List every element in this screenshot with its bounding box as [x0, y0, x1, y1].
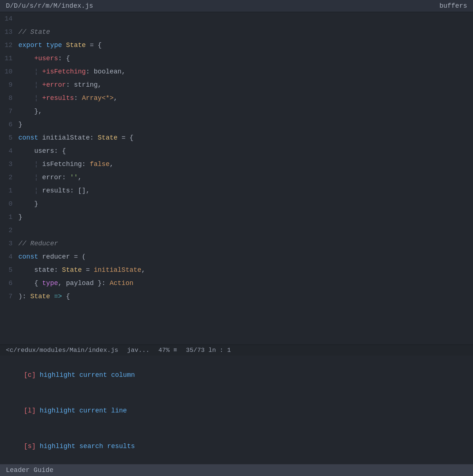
filename-label: D/D/u/s/r/m/M/index.js — [6, 2, 93, 10]
code-line-1a: 1 ¦ results: [], — [0, 185, 473, 199]
code-line-6b: 6 { type, payload }: Action — [0, 278, 473, 291]
line-number: 12 — [0, 40, 18, 51]
hint-line-s[interactable]: [s] highlight search results — [0, 429, 473, 464]
line-number: 3 — [0, 238, 18, 249]
line-content: ¦ +results: Array<*>, — [18, 93, 118, 104]
line-number: 4 — [0, 146, 18, 157]
leader-guide-bar: Leader Guide — [0, 464, 473, 476]
line-number: 6 — [0, 119, 18, 130]
line-content: ¦ +error: string, — [18, 80, 102, 91]
hint-bracket-c: [c] — [24, 371, 36, 379]
line-number: 10 — [0, 66, 18, 77]
line-number: 13 — [0, 27, 18, 38]
leader-guide-text: Leader Guide — [6, 466, 54, 474]
code-line-3: 3 ¦ isFetching: false, — [0, 159, 473, 172]
code-line-7b: 7 ): State => { — [0, 291, 473, 304]
code-line-6: 6 } — [0, 119, 473, 133]
line-content: export type State = { — [18, 40, 102, 51]
code-line-0: 0 } — [0, 199, 473, 212]
line-number: 0 — [0, 199, 18, 210]
line-content: // Reducer — [18, 238, 58, 249]
buffers-label: buffers — [439, 2, 467, 10]
code-line-10: 10 ¦ +isFetching: boolean, — [0, 66, 473, 80]
editor-container: D/D/u/s/r/m/M/index.js buffers 14 13 // … — [0, 0, 473, 476]
code-line-13: 13 // State — [0, 27, 473, 40]
code-line-5: 5 const initialState: State = { — [0, 133, 473, 146]
line-number: 6 — [0, 278, 18, 289]
hint-text-s: highlight search results — [36, 443, 135, 450]
line-number: 5 — [0, 133, 18, 144]
status-bar: <c/redux/modules/Main/index.js jav... 47… — [0, 345, 473, 356]
line-content: } — [18, 119, 22, 130]
hint-line-l[interactable]: [l] highlight current line — [0, 393, 473, 429]
code-line-2b: 2 — [0, 225, 473, 238]
status-language: jav... — [127, 347, 149, 354]
line-content: const initialState: State = { — [18, 133, 133, 144]
line-number: 1 — [0, 212, 18, 223]
line-content: const reducer = ( — [18, 252, 86, 263]
code-line-12: 12 export type State = { — [0, 40, 473, 53]
line-content: ): State => { — [18, 291, 70, 302]
line-content: users: { — [18, 146, 66, 157]
line-number: 11 — [0, 53, 18, 64]
line-content: ¦ error: '', — [18, 172, 82, 183]
line-content: ¦ results: [], — [18, 185, 90, 196]
code-line-8: 8 ¦ +results: Array<*>, — [0, 93, 473, 106]
hint-bracket-l: [l] — [24, 407, 36, 414]
code-line-14: 14 — [0, 14, 473, 27]
line-content: state: State = initialState, — [18, 265, 145, 276]
line-content: // State — [18, 27, 50, 38]
line-content: }, — [18, 106, 42, 117]
title-bar: D/D/u/s/r/m/M/index.js buffers — [0, 0, 473, 12]
hint-text-c: highlight current column — [36, 371, 135, 379]
hint-bracket-s: [s] — [24, 443, 36, 450]
hint-line-c: [c] highlight current column — [0, 357, 473, 393]
line-number: 3 — [0, 159, 18, 170]
code-line-5b: 5 state: State = initialState, — [0, 265, 473, 278]
line-number: 4 — [0, 252, 18, 263]
status-percent: 47% ≡ — [158, 347, 177, 354]
line-content: } — [18, 199, 38, 210]
line-content: } — [18, 212, 22, 223]
status-position: 35/73 ln : 1 — [186, 347, 231, 354]
line-number: 7 — [0, 291, 18, 302]
line-number: 14 — [0, 14, 18, 25]
line-number: 8 — [0, 93, 18, 104]
bottom-hints: [c] highlight current column [l] highlig… — [0, 356, 473, 464]
line-number: 7 — [0, 106, 18, 117]
status-filepath: <c/redux/modules/Main/index.js — [6, 347, 118, 354]
line-content: ¦ isFetching: false, — [18, 159, 113, 170]
code-line-11: 11 +users: { — [0, 53, 473, 66]
code-line-9: 9 ¦ +error: string, — [0, 80, 473, 93]
line-content: { type, payload }: Action — [18, 278, 133, 289]
line-number: 1 — [0, 185, 18, 196]
code-line-4b: 4 const reducer = ( — [0, 252, 473, 265]
line-number: 5 — [0, 265, 18, 276]
code-line-2a: 2 ¦ error: '', — [0, 172, 473, 185]
line-number: 9 — [0, 80, 18, 91]
code-line-7: 7 }, — [0, 106, 473, 119]
hint-text-l: highlight current line — [36, 407, 127, 414]
code-area: 14 13 // State 12 export type State = { … — [0, 12, 473, 345]
code-line-4: 4 users: { — [0, 146, 473, 159]
line-content: ¦ +isFetching: boolean, — [18, 66, 126, 77]
line-number: 2 — [0, 225, 18, 236]
line-number: 2 — [0, 172, 18, 183]
line-content: +users: { — [18, 53, 70, 64]
code-line-1b: 1 } — [0, 212, 473, 225]
code-line-3b: 3 // Reducer — [0, 238, 473, 252]
